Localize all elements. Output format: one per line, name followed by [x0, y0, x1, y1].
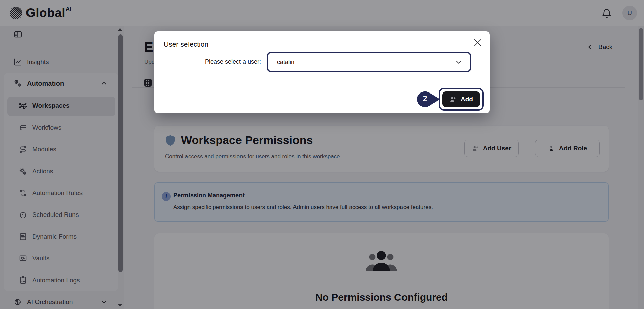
- add-button-highlight-ring: Add: [439, 88, 484, 111]
- select-user-label: Please select a user:: [154, 58, 261, 65]
- step-number-badge: 2: [420, 94, 430, 105]
- modal-title: User selection: [164, 40, 208, 48]
- user-select-dropdown[interactable]: catalin: [267, 52, 471, 72]
- add-button-label: Add: [461, 96, 473, 103]
- chevron-down-icon: [455, 60, 462, 64]
- selected-user-value: catalin: [277, 59, 294, 66]
- add-button[interactable]: Add: [442, 91, 480, 107]
- close-icon[interactable]: [474, 39, 481, 46]
- user-plus-icon: [449, 96, 457, 103]
